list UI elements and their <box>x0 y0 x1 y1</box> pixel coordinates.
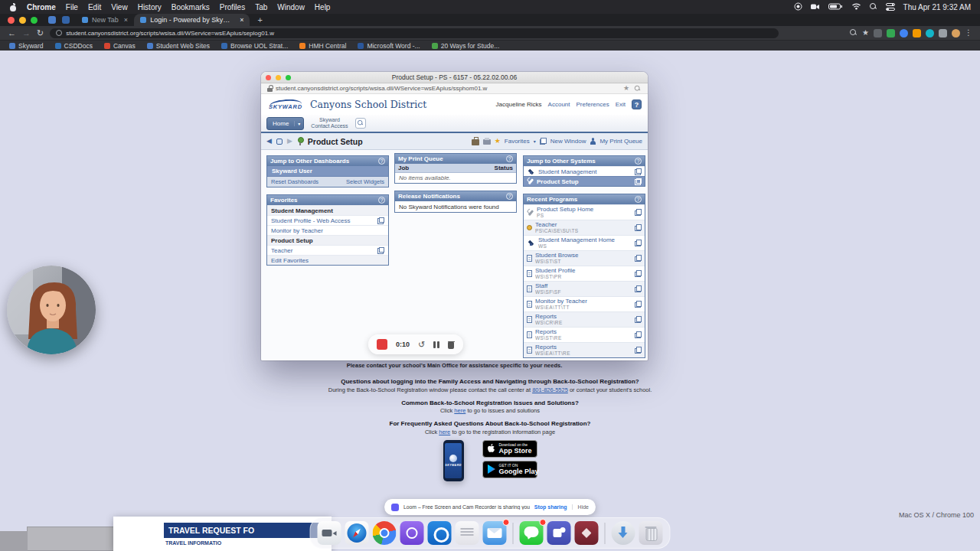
wifi-icon[interactable] <box>851 2 861 11</box>
new-window-link[interactable]: New Window <box>550 138 586 145</box>
recent-program-row[interactable]: Student BrowseWS\ST\ST <box>524 250 645 266</box>
spotlight-search-icon[interactable] <box>870 3 877 11</box>
program-link[interactable]: Monitor by Teacher <box>535 298 632 305</box>
home-tab[interactable]: Home ▾ <box>266 117 304 130</box>
program-link[interactable]: Student Browse <box>535 253 632 259</box>
my-print-queue-link[interactable]: My Print Queue <box>599 138 642 145</box>
dock-icon-teams[interactable] <box>547 521 571 545</box>
extension-icon[interactable] <box>926 29 934 37</box>
control-center-icon[interactable] <box>886 3 895 11</box>
google-play-badge[interactable]: GET IT ONGoogle Play <box>482 461 537 478</box>
dock-icon-messages[interactable] <box>520 521 544 545</box>
help-icon[interactable]: ? <box>635 196 642 203</box>
dock-icon-camera-app[interactable] <box>318 521 341 545</box>
history-icon[interactable] <box>276 139 283 145</box>
pause-recording-icon[interactable] <box>433 341 439 348</box>
close-window-button[interactable] <box>8 17 15 24</box>
bookmark-item[interactable]: Microsoft Word -... <box>358 42 420 50</box>
new-tab-button[interactable]: + <box>257 15 262 24</box>
dock-icon-downloads[interactable] <box>612 521 635 545</box>
help-icon[interactable]: ? <box>378 197 385 204</box>
recent-program-row[interactable]: Student Management HomeWS <box>524 235 645 250</box>
open-new-window-icon[interactable] <box>377 247 384 254</box>
screen-record-icon[interactable] <box>794 2 802 12</box>
video-camera-icon[interactable] <box>811 2 820 12</box>
recent-program-row[interactable]: TeacherPS\CA\SE\SU\TS <box>524 220 645 235</box>
recent-program-row[interactable]: ReportsWS\CR\RE <box>524 311 645 327</box>
dock-icon-chrome[interactable] <box>373 521 397 545</box>
close-icon[interactable]: × <box>124 16 128 24</box>
program-link[interactable]: Product Setup Home <box>537 207 632 213</box>
program-link[interactable]: Reports <box>535 344 632 350</box>
menubar-clock[interactable]: Thu Apr 21 9:32 AM <box>903 3 971 11</box>
recent-program-row[interactable]: ReportsWS\EA\TT\RE <box>524 342 645 357</box>
menu-edit[interactable]: Edit <box>88 3 101 11</box>
here-link[interactable]: here <box>454 407 466 414</box>
pinned-tab-icon[interactable] <box>62 16 70 24</box>
profile-avatar[interactable] <box>952 29 960 37</box>
menu-profiles[interactable]: Profiles <box>220 3 245 11</box>
recent-program-row[interactable]: StaffWS\SF\SF <box>524 281 645 296</box>
help-icon[interactable]: ? <box>506 155 513 162</box>
program-link[interactable]: Staff <box>535 283 632 289</box>
open-new-window-icon[interactable] <box>635 301 642 308</box>
tab-login-skyward[interactable]: Login - Powered by Skyward × <box>134 14 250 26</box>
zoom-icon[interactable] <box>635 85 642 92</box>
favorite-item[interactable]: Student Profile - Web Access <box>267 215 388 225</box>
forward-button[interactable]: → <box>22 29 31 37</box>
recent-program-row[interactable]: Monitor by TeacherWS\EA\TT\TT <box>524 296 645 311</box>
open-new-window-icon[interactable] <box>635 270 642 277</box>
bookmark-item[interactable]: HMH Central <box>299 42 346 50</box>
recent-program-row[interactable]: Product Setup HomePS <box>524 204 645 220</box>
open-new-window-icon[interactable] <box>635 255 642 262</box>
briefcase-icon[interactable] <box>472 139 479 145</box>
menu-view[interactable]: View <box>111 3 128 11</box>
dock-icon-trash[interactable] <box>639 521 663 545</box>
favorites-menu[interactable]: Favorites <box>505 138 530 145</box>
extensions-puzzle-icon[interactable] <box>939 29 947 37</box>
loom-webcam-bubble[interactable] <box>7 266 96 354</box>
select-widgets-link[interactable]: Select Widgets <box>346 178 384 185</box>
favorite-link[interactable]: Student Profile - Web Access <box>271 217 350 224</box>
forward-icon[interactable]: ▶ <box>287 138 292 145</box>
bookmark-item[interactable]: Browse UOL Strat... <box>221 42 288 50</box>
back-button[interactable]: ← <box>8 29 16 37</box>
favorite-link[interactable]: Monitor by Teacher <box>271 227 323 234</box>
bookmark-item[interactable]: Skyward <box>9 42 44 50</box>
exit-link[interactable]: Exit <box>616 101 626 108</box>
edit-favorites-row[interactable]: Edit Favorites <box>267 255 388 265</box>
menu-file[interactable]: File <box>66 3 78 11</box>
minimize-window-button[interactable] <box>19 17 26 24</box>
open-new-window-icon[interactable] <box>377 217 384 224</box>
dock-icon-notes[interactable] <box>456 521 479 545</box>
bookmark-item[interactable]: Student Web Sites <box>147 42 210 50</box>
program-link[interactable]: Student Profile <box>535 268 632 274</box>
search-icon[interactable] <box>850 29 858 37</box>
system-student-management[interactable]: Student Management <box>524 166 645 176</box>
open-new-window-icon[interactable] <box>635 224 642 231</box>
address-bar[interactable]: student.canyonsdistrict.org/scripts/wsis… <box>50 28 779 38</box>
open-new-window-icon[interactable] <box>635 331 642 338</box>
system-label[interactable]: Product Setup <box>537 178 632 185</box>
app-store-badge[interactable]: Download on theApp Store <box>482 440 537 458</box>
dock-icon-safari[interactable] <box>345 521 369 545</box>
menu-bookmarks[interactable]: Bookmarks <box>172 3 210 11</box>
program-search-button[interactable] <box>355 118 366 129</box>
phone-link[interactable]: 801-826-5525 <box>532 386 568 393</box>
open-new-window-icon[interactable] <box>635 316 642 323</box>
close-icon[interactable]: × <box>240 16 243 24</box>
favorite-link[interactable]: Teacher <box>271 247 292 254</box>
back-icon[interactable]: ◀ <box>266 138 272 145</box>
system-label[interactable]: Student Management <box>538 168 632 175</box>
recent-program-row[interactable]: ReportsWS\ST\RE <box>524 327 645 342</box>
menu-tab[interactable]: Tab <box>255 3 267 11</box>
edit-favorites-link[interactable]: Edit Favorites <box>271 257 309 264</box>
menu-app-name[interactable]: Chrome <box>27 3 56 11</box>
system-product-setup[interactable]: Product Setup <box>524 176 645 186</box>
bookmark-item[interactable]: Canvas <box>104 42 136 50</box>
chevron-down-icon[interactable]: ▾ <box>534 139 536 144</box>
menu-window[interactable]: Window <box>277 3 305 11</box>
account-link[interactable]: Account <box>548 101 570 108</box>
bookmark-star-icon[interactable]: ★ <box>623 85 629 92</box>
dashboard-skyward-user[interactable]: Skyward User <box>267 166 388 177</box>
